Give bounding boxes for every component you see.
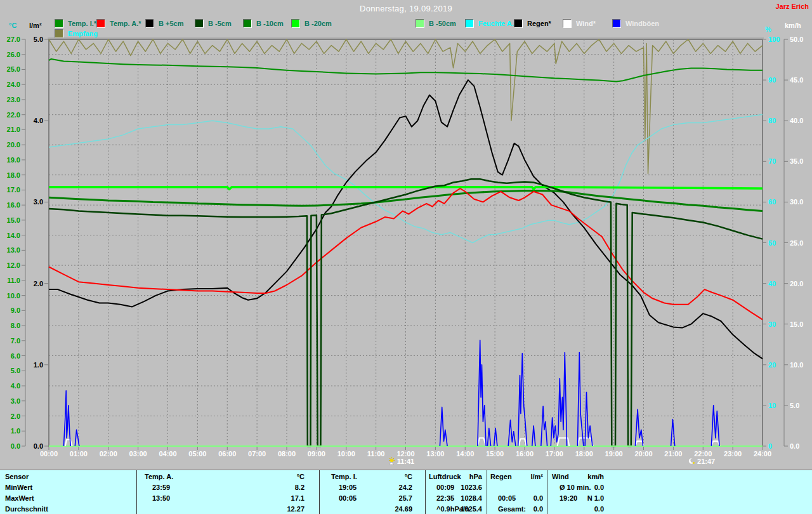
series-windboeen [508, 420, 516, 446]
time-tick-label: 18:00 [575, 450, 593, 458]
table-col-unit: l/m² [530, 473, 543, 480]
percent-tick-label: 0 [768, 442, 772, 450]
table-column-divider [319, 470, 320, 514]
time-tick-label: 23:00 [724, 450, 742, 458]
percent-tick-label: 70 [768, 157, 776, 165]
time-tick-label: 07:00 [248, 450, 266, 458]
series-windboeen [532, 426, 535, 446]
celsius-tick-label: 23.0 [7, 96, 20, 103]
celsius-tick-label: 6.0 [11, 352, 20, 360]
percent-tick-label: 60 [768, 198, 776, 206]
table-value: N 1.0 [587, 494, 604, 502]
series-windboeen [551, 353, 566, 446]
table-column-divider [136, 470, 137, 514]
kmh-tick-label: 5.0 [790, 402, 799, 409]
celsius-tick-label: 3.0 [11, 397, 20, 405]
celsius-tick-label: 26.0 [7, 51, 20, 58]
series-windboeen [75, 430, 79, 446]
time-tick-label: 20:00 [634, 450, 652, 458]
table-col-header: Regen [490, 473, 512, 480]
kmh-tick-label: 0.0 [790, 442, 799, 450]
series-wind [478, 438, 486, 446]
time-tick-label: 14:00 [456, 450, 474, 458]
time-tick-label: 08:00 [278, 450, 296, 458]
time-tick-label: 21:00 [664, 450, 682, 458]
chart-plot[interactable]: 0.01.02.03.04.05.06.07.08.09.010.011.012… [0, 0, 812, 470]
table-value: 17.1 [291, 494, 304, 502]
series-windboeen [577, 353, 583, 446]
lm2-tick-label: 1.0 [34, 361, 43, 369]
table-col-header: Temp. I. [331, 473, 357, 480]
lm2-tick-label: 3.0 [34, 198, 43, 206]
celsius-tick-label: 24.0 [7, 81, 20, 88]
time-tick-label: 06:00 [218, 450, 236, 458]
marker-time-label: 21:47 [697, 458, 715, 465]
percent-tick-label: 20 [768, 361, 776, 369]
celsius-tick-label: 7.0 [11, 337, 20, 345]
series-windboeen [671, 419, 675, 446]
celsius-tick-label: 16.0 [7, 201, 20, 209]
kmh-tick-label: 20.0 [790, 280, 803, 287]
lm2-tick-label: 5.0 [34, 36, 43, 43]
time-tick-label: 04:00 [159, 450, 176, 458]
series-wind [519, 439, 527, 447]
table-value: 24.2 [399, 484, 412, 491]
table-row-header: Durchschnitt [5, 505, 48, 513]
stats-table: SensorMinWertMaxWertDurchschnittTemp. A.… [0, 470, 812, 514]
series-windboeen [518, 353, 527, 446]
series-wind [65, 440, 72, 446]
table-value-time: 13:50 [152, 494, 170, 502]
series-windboeen [63, 391, 70, 446]
table-column-divider [425, 470, 426, 514]
table-value-time: 00:05 [498, 494, 516, 502]
table-value-time: 00:09 [436, 484, 454, 491]
weather-app-window: { "window": { "title": "Donnerstag, 19.0… [0, 0, 812, 514]
celsius-tick-label: 1.0 [11, 427, 20, 435]
table-value: 8.2 [295, 484, 304, 491]
celsius-tick-label: 0.0 [11, 442, 20, 450]
lm2-tick-label: 2.0 [34, 280, 43, 287]
table-value-time: Ø 10 min. [560, 484, 591, 491]
table-col-header: Wind [552, 473, 569, 480]
table-column-divider [487, 470, 487, 514]
kmh-tick-label: 35.0 [790, 157, 803, 165]
lm2-tick-label: 4.0 [34, 117, 43, 124]
celsius-tick-label: 13.0 [7, 246, 20, 254]
celsius-tick-label: 20.0 [7, 141, 20, 148]
table-value-time: Gesamt: [498, 505, 526, 513]
series-wind [711, 441, 719, 446]
table-value-time: 23:59 [152, 484, 170, 491]
celsius-tick-label: 14.0 [7, 232, 20, 239]
table-value: 1023.6 [461, 484, 482, 491]
table-value: 0.0 [594, 505, 604, 513]
percent-tick-label: 10 [768, 402, 776, 409]
percent-tick-label: 90 [768, 76, 776, 84]
marker-21-47: 21:47 [688, 457, 715, 465]
celsius-tick-label: 22.0 [7, 111, 20, 119]
time-tick-label: 11:00 [367, 450, 385, 458]
table-value-time: 19:05 [339, 484, 357, 491]
table-col-header: Luftdruck [429, 473, 461, 480]
kmh-tick-label: 50.0 [790, 36, 803, 43]
time-tick-label: 00:00 [40, 450, 58, 458]
marker-11-41: 11:41 [388, 457, 415, 465]
table-value-time: 00:05 [339, 494, 357, 502]
celsius-tick-label: 21.0 [7, 126, 20, 133]
kmh-tick-label: 45.0 [790, 76, 803, 84]
table-value: 25.7 [399, 494, 412, 502]
table-row-header: Sensor [5, 473, 29, 480]
series-windboeen [711, 405, 719, 446]
table-value-time: 19:20 [560, 494, 577, 502]
series-windboeen [494, 428, 497, 446]
table-value-time: 22:35 [436, 494, 454, 502]
table-value: 0.0 [534, 494, 543, 502]
celsius-tick-label: 5.0 [11, 367, 20, 374]
celsius-tick-label: 4.0 [11, 382, 20, 390]
sun-marker-icon [388, 457, 396, 465]
series-b_plus5 [49, 80, 763, 359]
percent-tick-label: 50 [768, 239, 776, 247]
time-tick-label: 03:00 [129, 450, 147, 458]
moon-marker-icon [688, 457, 696, 465]
series-wind [558, 438, 570, 446]
kmh-tick-label: 15.0 [790, 320, 803, 328]
